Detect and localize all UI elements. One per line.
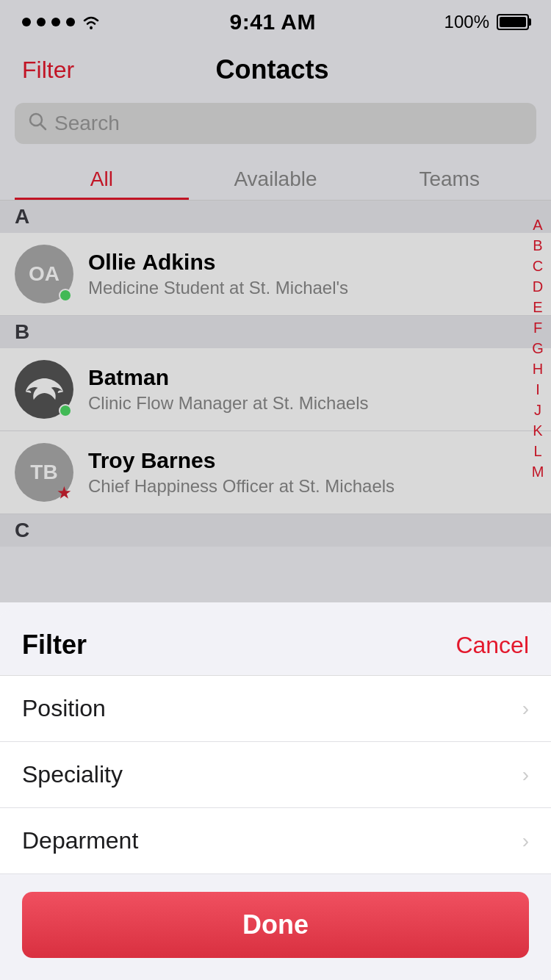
filter-option-position[interactable]: Position › bbox=[0, 676, 551, 742]
chevron-right-icon-speciality: › bbox=[522, 763, 529, 787]
filter-option-department[interactable]: Deparment › bbox=[0, 808, 551, 874]
filter-option-speciality[interactable]: Speciality › bbox=[0, 742, 551, 808]
filter-cancel-button[interactable]: Cancel bbox=[455, 632, 529, 659]
filter-sheet-title: Filter bbox=[22, 630, 87, 660]
filter-speciality-label: Speciality bbox=[22, 761, 123, 788]
filter-sheet-header: Filter Cancel bbox=[0, 610, 551, 676]
done-button-container: Done bbox=[0, 874, 551, 980]
filter-department-label: Deparment bbox=[22, 827, 138, 854]
chevron-right-icon-department: › bbox=[522, 829, 529, 853]
dim-overlay bbox=[0, 0, 551, 602]
filter-sheet: Filter Cancel Position › Speciality › De… bbox=[0, 610, 551, 980]
filter-options-list: Position › Speciality › Deparment › bbox=[0, 676, 551, 874]
chevron-right-icon-position: › bbox=[522, 697, 529, 721]
filter-position-label: Position bbox=[22, 695, 106, 722]
done-button[interactable]: Done bbox=[22, 892, 529, 958]
